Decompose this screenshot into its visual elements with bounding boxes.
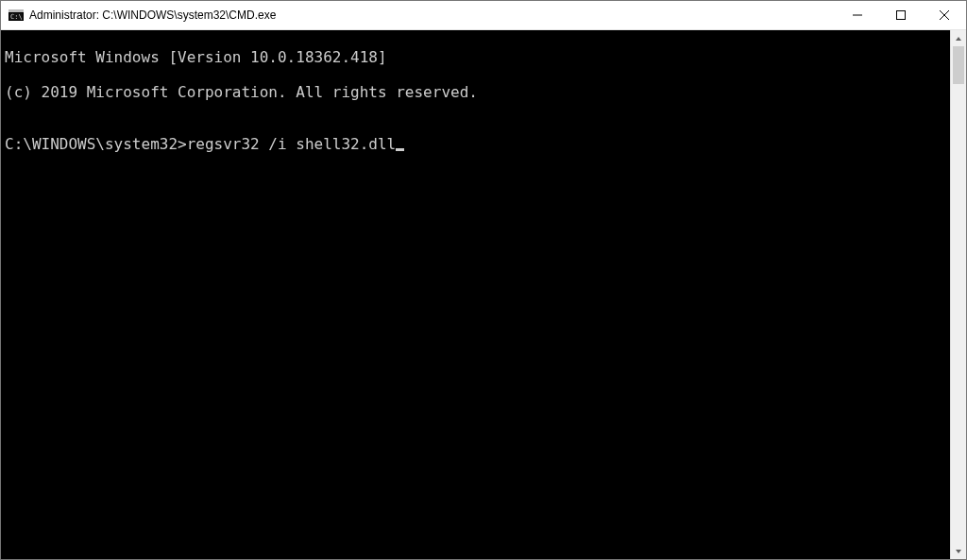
titlebar[interactable]: C:\ Administrator: C:\WINDOWS\system32\C… [1,1,966,30]
scroll-up-button[interactable] [951,30,966,46]
svg-text:C:\: C:\ [10,13,23,21]
cursor [396,148,404,151]
close-button[interactable] [923,1,966,29]
cmd-icon: C:\ [8,8,24,23]
console-line: Microsoft Windows [Version 10.0.18362.41… [5,49,946,66]
console-prompt-line: C:\WINDOWS\system32>regsvr32 /i shell32.… [5,136,946,153]
console-command: regsvr32 /i shell32.dll [187,135,397,153]
window-controls [836,1,966,29]
minimize-button[interactable] [836,1,879,29]
window-title: Administrator: C:\WINDOWS\system32\CMD.e… [29,8,276,22]
cmd-window: C:\ Administrator: C:\WINDOWS\system32\C… [0,0,967,560]
console-line: (c) 2019 Microsoft Corporation. All righ… [5,84,946,101]
console-output[interactable]: Microsoft Windows [Version 10.0.18362.41… [1,30,950,559]
scrollbar-track[interactable] [951,46,966,543]
vertical-scrollbar[interactable] [950,30,966,559]
client-area: Microsoft Windows [Version 10.0.18362.41… [1,30,966,559]
maximize-button[interactable] [879,1,923,29]
console-prompt: C:\WINDOWS\system32> [5,135,187,153]
svg-marker-9 [956,550,961,553]
svg-marker-8 [956,37,961,41]
scroll-down-button[interactable] [951,543,966,559]
svg-rect-5 [897,11,906,20]
svg-rect-1 [8,9,24,12]
scrollbar-thumb[interactable] [953,46,964,84]
